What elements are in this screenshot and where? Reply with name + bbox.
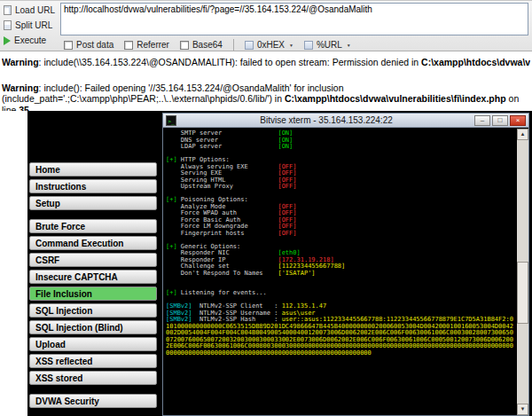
terminal-title: Bitvise xterm - 35.164.153.224:22 [180, 115, 473, 125]
sidebar-item-setup[interactable]: Setup [29, 196, 157, 210]
url-encoding-button[interactable]: %URL ▼ [304, 40, 351, 50]
dvwa-content-panel: HomeInstructionsSetupBrute ForceCommand … [27, 111, 532, 416]
terminal-line: LDAP server [ON] [166, 144, 516, 151]
maximize-button[interactable]: □ [492, 115, 508, 126]
php-warning-1: Warning: include(\\35.164.153.224\@OSAND… [2, 57, 530, 68]
sidebar-item-xss-reflected[interactable]: XSS reflected [29, 354, 157, 368]
load-url-icon [4, 5, 12, 15]
chevron-down-icon: ▼ [289, 43, 293, 48]
terminal-line: [SMBv2] NTLMv2-SSP Hash : user::asus:112… [166, 317, 516, 357]
terminal-line: Fingerprint hosts [OFF] [166, 231, 516, 238]
referrer-option[interactable]: Referrer [124, 40, 169, 50]
load-url-button[interactable]: Load URL [2, 3, 59, 18]
terminal-window: >_ Bitvise xterm - 35.164.153.224:22 – □… [162, 113, 529, 416]
url-enc-label: %URL [317, 40, 342, 50]
scrollbar-thumb[interactable] [517, 262, 528, 324]
close-button[interactable]: × [510, 115, 526, 126]
terminal-line [166, 277, 516, 284]
post-data-option[interactable]: Post data [64, 40, 113, 50]
sidebar-item-xss-stored[interactable]: XSS stored [29, 371, 157, 385]
sidebar-item-command-execution[interactable]: Command Execution [29, 236, 157, 250]
execute-label: Execute [14, 35, 46, 45]
sidebar-item-csrf[interactable]: CSRF [29, 253, 157, 267]
terminal-line: [+] Listening for events... [166, 290, 516, 297]
sidebar-item-brute-force[interactable]: Brute Force [29, 219, 157, 233]
hackbar-toolbar: Load URL Split URL Execute http://localh… [0, 0, 532, 51]
split-url-button[interactable]: Split URL [2, 18, 59, 33]
scroll-up-icon[interactable]: ▲ [517, 129, 528, 140]
execute-icon [4, 36, 11, 45]
dvwa-page: HomeInstructionsSetupBrute ForceCommand … [0, 111, 532, 416]
split-url-label: Split URL [15, 20, 52, 30]
terminal-scrollbar[interactable]: ▲ ▼ [517, 129, 528, 415]
terminal-line: Upstream Proxy [OFF] [166, 184, 516, 191]
sidebar-item-upload[interactable]: Upload [29, 337, 157, 351]
terminal-line: Don't Respond To Names ['ISATAP'] [166, 271, 516, 278]
toolbar-separator [233, 39, 234, 51]
post-data-checkbox[interactable] [64, 41, 73, 50]
minimize-button[interactable]: – [474, 115, 490, 126]
post-data-label: Post data [76, 40, 113, 50]
execute-button[interactable]: Execute [2, 33, 59, 48]
sidebar-menu: HomeInstructionsSetupBrute ForceCommand … [29, 162, 157, 416]
hex-encoding-button[interactable]: 0xHEX ▼ [245, 40, 293, 50]
hackbar-commands: Load URL Split URL Execute [2, 3, 59, 48]
sidebar-item-home[interactable]: Home [29, 162, 157, 177]
chevron-down-icon: ▼ [347, 43, 351, 48]
terminal-body: SMTP server [ON] DNS server [ON] LDAP se… [163, 129, 528, 415]
hackbar-options: Post data Referrer Base64 0xHEX ▼ %URL ▼ [64, 39, 351, 51]
referrer-checkbox[interactable] [124, 41, 133, 50]
base64-label: Base64 [192, 40, 223, 50]
referrer-label: Referrer [137, 40, 169, 50]
scroll-down-icon[interactable]: ▼ [517, 404, 528, 415]
sidebar-item-dvwa-security[interactable]: DVWA Security [29, 394, 157, 408]
load-url-label: Load URL [15, 5, 55, 15]
sidebar-item-sql-injection-blind[interactable]: SQL Injection (Blind) [29, 320, 157, 334]
url-input[interactable]: http://localhost/dvwa/vulnerabilities/fi… [60, 3, 528, 35]
terminal-output: SMTP server [ON] DNS server [ON] LDAP se… [166, 130, 516, 357]
terminal-icon: >_ [166, 115, 176, 126]
hex-label: 0xHEX [257, 40, 285, 50]
warning-area: Warning: include(\\35.164.153.224\@OSAND… [0, 52, 532, 111]
terminal-titlebar[interactable]: >_ Bitvise xterm - 35.164.153.224:22 – □… [163, 114, 528, 128]
base64-checkbox[interactable] [180, 41, 189, 50]
sidebar-item-insecure-captcha[interactable]: Insecure CAPTCHA [29, 270, 157, 284]
screen: Load URL Split URL Execute http://localh… [0, 0, 532, 416]
base64-option[interactable]: Base64 [180, 40, 223, 50]
url-encode-icon [304, 41, 313, 50]
split-url-icon [4, 20, 12, 30]
sidebar-item-file-inclusion[interactable]: File Inclusion [29, 286, 157, 301]
sidebar-item-instructions[interactable]: Instructions [29, 179, 157, 193]
sidebar-item-sql-injection[interactable]: SQL Injection [29, 303, 157, 318]
hex-icon [245, 41, 254, 50]
